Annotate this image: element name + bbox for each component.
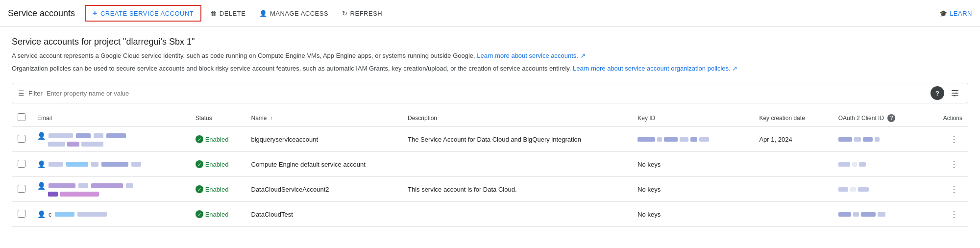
row1-name: bigqueryserviceaccount (245, 127, 402, 152)
row3-checkbox[interactable] (18, 185, 25, 193)
table-row: 👤 ✓ Enabled (12, 152, 968, 177)
row3-key-creation-date (753, 177, 832, 202)
row2-key-creation-date (753, 152, 832, 177)
toolbar: Service accounts + CREATE SERVICE ACCOUN… (0, 0, 980, 27)
email-person-icon: 👤 (37, 182, 46, 190)
row4-name: DataCloudTest (245, 202, 402, 227)
row1-key-creation-date: Apr 1, 2024 (753, 127, 832, 152)
enabled-check-icon: ✓ (196, 135, 203, 143)
row3-description: This service account is for Data Cloud. (402, 177, 632, 202)
row4-oauth-id (833, 202, 930, 227)
row1-checkbox[interactable] (18, 135, 25, 143)
email-person-icon: 👤 (37, 160, 46, 168)
delete-button[interactable]: 🗑 DELETE (205, 7, 250, 20)
svg-rect-5 (955, 95, 956, 97)
section-heading: Service accounts for project "dlarregui'… (12, 37, 968, 47)
filter-icon: ☰ (18, 89, 24, 97)
row2-checkbox[interactable] (18, 160, 25, 168)
learn-more-org-policies-link[interactable]: Learn more about service account organiz… (573, 65, 737, 72)
row2-key-id: No keys (632, 152, 753, 177)
row3-status: ✓ Enabled (190, 177, 245, 202)
enabled-check-icon: ✓ (196, 210, 203, 218)
oauth2-help-icon[interactable]: ? (887, 114, 895, 122)
sort-arrow: ↑ (270, 115, 273, 121)
select-all-checkbox[interactable] (18, 113, 25, 121)
manage-access-button[interactable]: 👤 MANAGE ACCESS (254, 7, 333, 20)
email-person-icon: 👤 (37, 132, 46, 140)
page-title: Service accounts (8, 8, 75, 19)
row3-checkbox-cell (12, 177, 31, 202)
row2-more-button[interactable]: ⋮ (946, 157, 962, 172)
row4-checkbox-cell (12, 202, 31, 227)
row1-actions: ⋮ (930, 127, 968, 152)
table-row: 👤 c ✓ Enabled DataCloudT (12, 202, 968, 227)
row4-actions: ⋮ (930, 202, 968, 227)
plus-icon: + (93, 9, 98, 18)
enabled-check-icon: ✓ (196, 185, 203, 193)
learn-more-service-accounts-link[interactable]: Learn more about service accounts. ↗ (477, 52, 585, 59)
row4-status: ✓ Enabled (190, 202, 245, 227)
trash-icon: 🗑 (210, 10, 217, 17)
description-2: Organization policies can be used to sec… (12, 64, 968, 74)
filter-input[interactable] (47, 90, 931, 97)
row4-key-id: No keys (632, 202, 753, 227)
row3-actions: ⋮ (930, 177, 968, 202)
enabled-check-icon: ✓ (196, 160, 203, 168)
oauth2-column-header: OAuth 2 Client ID ? (833, 109, 930, 127)
row1-email: 👤 (31, 127, 190, 152)
person-icon: 👤 (259, 10, 268, 17)
row2-status: ✓ Enabled (190, 152, 245, 177)
row3-key-id: No keys (632, 177, 753, 202)
learn-button[interactable]: 🎓 LEARN (939, 10, 972, 17)
row1-description: The Service Account for Data Cloud and B… (402, 127, 632, 152)
email-column-header: Email (31, 109, 190, 127)
row2-email: 👤 (31, 152, 190, 177)
create-service-account-button[interactable]: + CREATE SERVICE ACCOUNT (85, 5, 201, 22)
row2-description (402, 152, 632, 177)
row2-checkbox-cell (12, 152, 31, 177)
row4-email: 👤 c (31, 202, 190, 227)
row2-oauth-id (833, 152, 930, 177)
svg-rect-1 (952, 93, 958, 94)
key-id-column-header: Key ID (632, 109, 753, 127)
row1-checkbox-cell (12, 127, 31, 152)
refresh-button[interactable]: ↻ REFRESH (337, 7, 387, 20)
row4-description (402, 202, 632, 227)
refresh-icon: ↻ (342, 10, 348, 17)
row3-email: 👤 (31, 177, 190, 202)
table-row: 👤 (12, 177, 968, 202)
filter-bar: ☰ Filter ? (12, 83, 968, 103)
email-person-icon: 👤 (37, 210, 46, 218)
description-column-header: Description (402, 109, 632, 127)
graduation-icon: 🎓 (939, 10, 948, 17)
row3-more-button[interactable]: ⋮ (946, 182, 962, 197)
actions-column-header: Actions (930, 109, 968, 127)
table-row: 👤 (12, 127, 968, 152)
row3-oauth-id (833, 177, 930, 202)
row2-actions: ⋮ (930, 152, 968, 177)
select-all-checkbox-header (12, 109, 31, 127)
row1-more-button[interactable]: ⋮ (946, 132, 962, 147)
help-icon[interactable]: ? (931, 86, 944, 100)
column-settings-icon[interactable] (948, 86, 962, 100)
row1-key-id (632, 127, 753, 152)
description-1: A service account represents a Google Cl… (12, 51, 968, 61)
name-column-header[interactable]: Name ↑ (245, 109, 402, 127)
filter-actions: ? (931, 86, 962, 100)
service-accounts-table: Email Status Name ↑ Description Key ID (12, 109, 968, 227)
row4-more-button[interactable]: ⋮ (946, 207, 962, 222)
main-content: Service accounts for project "dlarregui'… (0, 27, 980, 237)
row4-key-creation-date (753, 202, 832, 227)
svg-rect-0 (952, 90, 958, 91)
status-column-header: Status (190, 109, 245, 127)
row1-status: ✓ Enabled (190, 127, 245, 152)
row1-oauth-id (833, 127, 930, 152)
key-creation-date-column-header: Key creation date (753, 109, 832, 127)
row3-name: DataCloudServiceAccount2 (245, 177, 402, 202)
svg-rect-4 (956, 93, 957, 94)
svg-rect-3 (953, 90, 954, 91)
row4-checkbox[interactable] (18, 210, 25, 218)
row2-name: Compute Engine default service account (245, 152, 402, 177)
